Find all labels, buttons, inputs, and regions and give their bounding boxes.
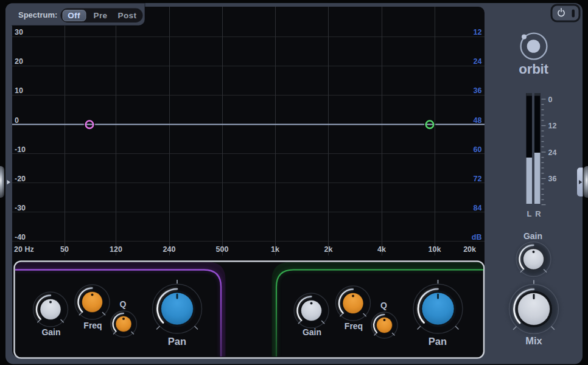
svg-text:R: R (535, 209, 541, 218)
svg-text:Gain: Gain (41, 327, 60, 337)
svg-text:120: 120 (110, 245, 122, 254)
svg-text:84: 84 (474, 204, 482, 212)
svg-text:10k: 10k (429, 245, 441, 254)
svg-text:60: 60 (474, 145, 482, 154)
svg-text:24: 24 (474, 57, 482, 66)
svg-text:4k: 4k (377, 245, 386, 254)
svg-text:orbit: orbit (519, 61, 548, 77)
svg-text:0: 0 (548, 96, 553, 104)
svg-text:72: 72 (474, 175, 482, 183)
svg-text:36: 36 (548, 175, 557, 183)
svg-text:50: 50 (60, 245, 69, 254)
svg-text:-10: -10 (15, 145, 26, 154)
svg-text:-30: -30 (15, 204, 26, 212)
svg-text:0: 0 (15, 116, 19, 125)
svg-text:L: L (527, 209, 532, 218)
svg-text:Gain: Gain (523, 231, 542, 241)
svg-text:36: 36 (474, 86, 482, 95)
svg-text:Freq: Freq (83, 321, 102, 330)
svg-text:Q: Q (120, 299, 127, 309)
svg-text:20k: 20k (463, 245, 476, 254)
svg-text:Freq: Freq (345, 321, 363, 331)
svg-text:Mix: Mix (525, 335, 542, 346)
svg-text:20 Hz: 20 Hz (14, 245, 34, 254)
svg-text:12: 12 (474, 28, 482, 36)
svg-text:10: 10 (15, 86, 23, 95)
svg-text:24: 24 (548, 148, 557, 157)
svg-text:Q: Q (380, 301, 387, 310)
svg-text:500: 500 (216, 245, 229, 254)
svg-text:-20: -20 (15, 175, 26, 183)
svg-text:Pre: Pre (94, 11, 108, 20)
svg-text:240: 240 (163, 245, 176, 254)
svg-text:Spectrum:: Spectrum: (18, 10, 57, 19)
svg-text:Off: Off (68, 11, 80, 20)
svg-text:2k: 2k (324, 245, 333, 254)
svg-text:dB: dB (472, 233, 482, 242)
svg-text:20: 20 (15, 57, 23, 66)
svg-text:30: 30 (15, 28, 23, 36)
svg-text:Pan: Pan (429, 336, 447, 347)
svg-text:12: 12 (548, 122, 557, 130)
svg-text:-40: -40 (15, 233, 26, 242)
svg-text:48: 48 (474, 116, 482, 125)
svg-text:1k: 1k (271, 245, 279, 254)
svg-text:Post: Post (118, 11, 137, 20)
svg-text:Pan: Pan (168, 336, 186, 347)
svg-text:Gain: Gain (303, 327, 321, 337)
